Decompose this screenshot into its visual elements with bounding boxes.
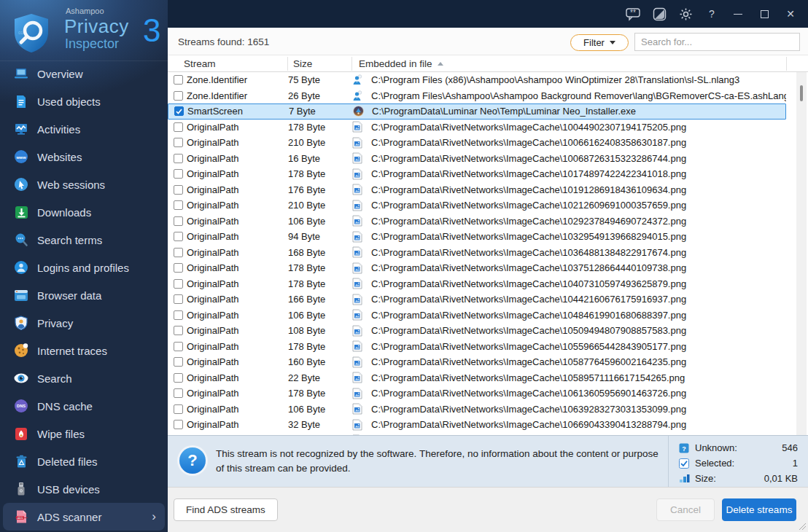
stream-name: OriginalPath [187, 168, 288, 179]
sidebar-item-wipe-files[interactable]: Wipe files [0, 420, 168, 447]
row-checkbox[interactable] [174, 373, 183, 383]
row-checkbox[interactable] [174, 279, 183, 289]
sidebar-item-dns-cache[interactable]: DNSDNS cache [0, 392, 168, 420]
table-row[interactable]: OriginalPath94 ByteC:\ProgramData\RivetN… [168, 229, 786, 245]
row-checkbox[interactable] [174, 310, 183, 320]
row-checkbox[interactable] [174, 169, 183, 179]
row-checkbox[interactable] [174, 342, 183, 351]
table-row[interactable]: OriginalPath178 ByteC:\ProgramData\Rivet… [168, 260, 786, 276]
sidebar-item-websites[interactable]: wwwWebsites [0, 143, 168, 171]
close-icon: ✕ [786, 8, 795, 20]
image-file-icon [352, 121, 371, 133]
stream-size: 166 Byte [288, 294, 352, 305]
sidebar-item-label: Downloads [37, 206, 91, 219]
table-row[interactable]: OriginalPath178 ByteC:\ProgramData\Rivet… [168, 120, 786, 136]
table-row[interactable]: OriginalPath210 ByteC:\ProgramData\Rivet… [168, 197, 786, 214]
table-row[interactable]: OriginalPath160 ByteC:\ProgramData\Rivet… [168, 354, 786, 370]
help-button[interactable]: ? [699, 3, 725, 25]
resize-grip[interactable] [799, 523, 806, 530]
sidebar-item-privacy[interactable]: Privacy [0, 309, 168, 337]
sidebar-item-internet-traces[interactable]: Internet traces [0, 337, 168, 364]
row-checkbox[interactable] [174, 420, 183, 429]
sidebar-item-label: Deleted files [37, 455, 98, 468]
row-checkbox[interactable] [174, 122, 183, 132]
stream-size: 16 Byte [288, 153, 352, 164]
sidebar-item-browser-data[interactable]: Browser data [0, 281, 168, 309]
stream-size: 176 Byte [288, 184, 352, 195]
table-row[interactable]: OriginalPath178 ByteC:\ProgramData\Rivet… [168, 276, 786, 292]
stream-name: OriginalPath [187, 419, 288, 430]
search-input[interactable] [634, 33, 800, 51]
image-file-icon [352, 200, 371, 211]
column-header-stream[interactable]: Stream [184, 58, 216, 69]
table-row[interactable]: OriginalPath178 ByteC:\ProgramData\Rivet… [168, 166, 786, 182]
table-row[interactable]: Zone.Identifier75 ByteC:\Program Files (… [168, 72, 786, 88]
sidebar-item-search[interactable]: Search [0, 364, 168, 392]
close-button[interactable]: ✕ [777, 3, 804, 25]
column-header-size[interactable]: Size [293, 58, 312, 69]
sidebar-item-ads-scanner[interactable]: ADSADS scanner› [3, 503, 165, 531]
table-row[interactable]: OriginalPath176 ByteC:\ProgramData\Rivet… [168, 182, 786, 198]
row-checkbox[interactable] [174, 75, 183, 85]
table-row[interactable]: OriginalPath108 ByteC:\ProgramData\Rivet… [168, 323, 786, 339]
sidebar-item-overview[interactable]: Overview [0, 60, 168, 87]
stream-size: 22 Byte [288, 372, 352, 383]
sidebar-item-search-terms[interactable]: Search terms [0, 226, 168, 254]
sidebar-item-web-sessions[interactable]: Web sessions [0, 171, 168, 198]
stream-size: 75 Byte [288, 74, 352, 85]
theme-button[interactable] [646, 3, 672, 25]
row-checkbox[interactable] [174, 404, 183, 414]
feedback-button[interactable]: ** [620, 3, 646, 25]
row-checkbox[interactable] [174, 326, 183, 335]
logins-icon [13, 260, 29, 275]
row-checkbox[interactable] [174, 185, 183, 195]
table-row[interactable]: OriginalPath168 ByteC:\ProgramData\Rivet… [168, 245, 786, 261]
table-row[interactable]: SmartScreen7 ByteC:\ProgramData\Luminar … [168, 103, 786, 120]
sidebar-item-logins[interactable]: Logins and profiles [0, 254, 168, 281]
vertical-scrollbar[interactable] [796, 72, 807, 435]
table-row[interactable]: OriginalPath106 ByteC:\ProgramData\Rivet… [168, 402, 786, 418]
stream-name: OriginalPath [187, 310, 288, 321]
row-checkbox[interactable] [174, 106, 184, 116]
sidebar-item-downloads[interactable]: Downloads [0, 198, 168, 226]
row-checkbox[interactable] [174, 357, 183, 367]
row-checkbox[interactable] [174, 154, 183, 163]
table-row[interactable]: OriginalPath32 ByteC:\ProgramData\RivetN… [168, 417, 786, 433]
cancel-button[interactable]: Cancel [656, 498, 715, 521]
person-file-icon [352, 74, 371, 85]
sidebar-item-usb-devices[interactable]: USB devices [0, 475, 168, 503]
table-row[interactable]: OriginalPath210 ByteC:\ProgramData\Rivet… [168, 135, 786, 151]
column-divider[interactable] [351, 57, 352, 71]
settings-button[interactable] [672, 3, 699, 25]
row-checkbox[interactable] [174, 91, 183, 101]
row-checkbox[interactable] [174, 200, 183, 210]
column-divider[interactable] [786, 57, 787, 71]
row-checkbox[interactable] [174, 294, 183, 304]
scrollbar-thumb[interactable] [800, 85, 803, 101]
maximize-button[interactable] [751, 3, 777, 25]
sidebar-item-deleted-files[interactable]: Deleted files [0, 447, 168, 475]
table-row[interactable]: OriginalPath178 ByteC:\ProgramData\Rivet… [168, 386, 786, 402]
row-checkbox[interactable] [174, 138, 183, 147]
table-row[interactable]: OriginalPath16 ByteC:\ProgramData\RivetN… [168, 151, 786, 167]
sidebar-item-activities[interactable]: Activities [0, 115, 168, 143]
sidebar-item-used-objects[interactable]: Used objects [0, 87, 168, 115]
column-header-embedded-in-file[interactable]: Embedded in file [359, 58, 443, 69]
find-ads-streams-button[interactable]: Find ADS streams [174, 498, 278, 521]
row-checkbox[interactable] [174, 248, 183, 257]
column-divider[interactable] [287, 57, 288, 71]
table-row[interactable]: OriginalPath178 ByteC:\ProgramData\Rivet… [168, 339, 786, 355]
row-checkbox[interactable] [174, 232, 183, 241]
minimize-button[interactable] [725, 3, 751, 25]
row-checkbox[interactable] [174, 263, 183, 273]
table-row[interactable]: Zone.Identifier26 ByteC:\Program Files\A… [168, 88, 786, 104]
table-row[interactable]: OriginalPath106 ByteC:\ProgramData\Rivet… [168, 214, 786, 230]
stream-size: 178 Byte [288, 262, 352, 273]
row-checkbox[interactable] [174, 216, 183, 226]
delete-streams-button[interactable]: Delete streams [722, 498, 796, 521]
row-checkbox[interactable] [174, 388, 183, 398]
table-row[interactable]: OriginalPath22 ByteC:\ProgramData\RivetN… [168, 370, 786, 386]
filter-button[interactable]: Filter [570, 34, 629, 51]
table-row[interactable]: OriginalPath106 ByteC:\ProgramData\Rivet… [168, 308, 786, 324]
table-row[interactable]: OriginalPath166 ByteC:\ProgramData\Rivet… [168, 292, 786, 308]
